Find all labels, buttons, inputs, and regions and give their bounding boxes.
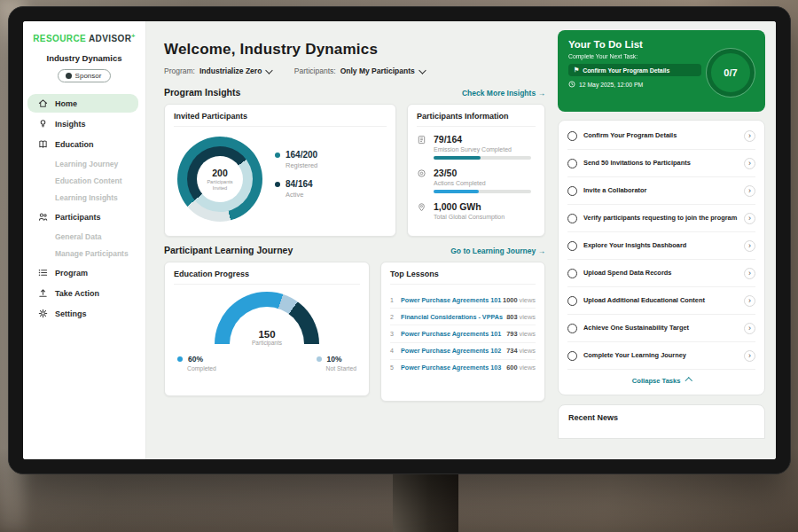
chevron-up-icon	[685, 377, 692, 384]
task-row[interactable]: Send 50 Invitations to Participants ›	[567, 150, 755, 177]
dashboard-screen: RESOURCE ADVISOR+ Industry Dynamics Spon…	[23, 21, 776, 459]
section-title: Program Insights	[164, 87, 240, 98]
sidebar-item-education-content[interactable]: Education Content	[23, 172, 145, 189]
task-label: Upload Spend Data Records	[583, 269, 738, 278]
lesson-views-word: views	[520, 347, 536, 355]
logo-plus: +	[131, 33, 136, 39]
task-label: Send 50 Invitations to Participants	[583, 159, 738, 168]
sidebar-item-label: Home	[55, 99, 77, 108]
card-title: Top Lessons	[390, 270, 536, 285]
participants-select[interactable]: Only My Participants	[340, 66, 425, 75]
home-icon	[38, 98, 48, 108]
flag-icon: ⚑	[574, 66, 579, 74]
program-select[interactable]: Industrialize Zero	[200, 66, 271, 75]
stat-value: 23/50	[434, 168, 536, 178]
todo-list-card: Confirm Your Program Details › Send 50 I…	[558, 120, 765, 395]
recent-news-card[interactable]: Recent News	[558, 404, 765, 439]
task-checkbox[interactable]	[567, 296, 577, 306]
learning-cards-row: Education Progress 150 Participants	[164, 262, 545, 402]
legend-dot	[275, 153, 280, 158]
education-progress-card: Education Progress 150 Participants	[164, 262, 370, 396]
task-row[interactable]: Upload Spend Data Records ›	[567, 260, 755, 287]
program-filter-label: Program:	[164, 66, 195, 75]
task-checkbox[interactable]	[567, 241, 577, 251]
upload-arrow-icon	[38, 288, 48, 298]
insights-cards-row: Invited Participants 200 Participants In…	[164, 104, 545, 237]
lesson-link[interactable]: Power Purchase Agreements 101	[401, 330, 506, 338]
task-row[interactable]: Upload Additional Educational Content ›	[567, 287, 755, 315]
task-checkbox[interactable]	[567, 269, 577, 278]
legend-dot	[275, 182, 280, 187]
sidebar-item-label: Learning Insights	[55, 193, 118, 202]
clipboard-icon	[417, 135, 426, 145]
gear-icon	[38, 309, 48, 318]
task-checkbox[interactable]	[567, 159, 577, 168]
go-to-learning-journey-link[interactable]: Go to Learning Journey →	[450, 246, 545, 255]
sidebar-item-learning-insights[interactable]: Learning Insights	[23, 189, 145, 206]
logo-word-2: ADVISOR	[89, 34, 131, 43]
gauge-label: Participants	[215, 340, 319, 346]
main-panel: Welcome, Industry Dynamics Program: Indu…	[146, 21, 556, 459]
task-checkbox[interactable]	[567, 186, 577, 196]
task-row[interactable]: Confirm Your Program Details ›	[567, 122, 755, 150]
sidebar-item-label: Learning Journey	[55, 160, 118, 168]
sidebar-item-education[interactable]: Education	[27, 135, 138, 153]
sidebar-item-manage-participants[interactable]: Manage Participants	[23, 245, 145, 262]
sidebar-item-program[interactable]: Program	[27, 263, 138, 282]
sidebar-item-general-data[interactable]: General Data	[23, 228, 145, 245]
task-label: Upload Additional Educational Content	[583, 296, 738, 305]
chevron-right-icon[interactable]: ›	[744, 213, 755, 224]
participants-information-card: Participants Information 79/164 Emission…	[407, 104, 545, 237]
collapse-tasks-link[interactable]: Collapse Tasks	[567, 370, 755, 393]
filters-row: Program: Industrialize Zero Participants…	[164, 66, 545, 75]
invited-participants-card: Invited Participants 200 Participants In…	[164, 104, 396, 237]
chevron-right-icon[interactable]: ›	[744, 130, 755, 142]
progress-track	[434, 190, 531, 193]
sidebar-item-learning-journey[interactable]: Learning Journey	[23, 155, 145, 172]
task-row[interactable]: Invite a Collaborator ›	[567, 177, 755, 205]
clock-icon	[568, 81, 575, 88]
datetime-label: 12 May 2025, 12:00 PM	[579, 82, 643, 88]
recent-news-title: Recent News	[568, 413, 618, 422]
next-task-pill[interactable]: ⚑ Confirm Your Program Details	[568, 64, 701, 76]
lesson-link[interactable]: Power Purchase Agreements 103	[401, 364, 506, 372]
target-icon	[417, 168, 426, 178]
learning-journey-header: Participant Learning Journey Go to Learn…	[164, 245, 545, 255]
progress-track	[434, 156, 531, 160]
top-lessons-card: Top Lessons 1 Power Purchase Agreements …	[380, 262, 545, 402]
chevron-right-icon[interactable]: ›	[744, 268, 755, 279]
chevron-right-icon[interactable]: ›	[744, 350, 755, 362]
stat-label: Emission Survey Completed	[434, 146, 536, 153]
task-checkbox[interactable]	[567, 131, 577, 141]
sponsor-badge[interactable]: Sponsor	[58, 69, 112, 82]
lesson-link[interactable]: Power Purchase Agreements 102	[401, 347, 506, 355]
sidebar-item-insights[interactable]: Insights	[27, 114, 138, 133]
progress-fill	[434, 190, 479, 193]
sidebar-nav: Home Insights Education Learning Journey…	[23, 94, 145, 323]
link-label: Go to Learning Journey	[450, 246, 536, 255]
task-checkbox[interactable]	[567, 214, 577, 223]
task-row[interactable]: Verify participants requesting to join t…	[567, 205, 755, 232]
sidebar-item-participants[interactable]: Participants	[27, 207, 138, 226]
lesson-views-word: views	[520, 330, 536, 338]
check-more-insights-link[interactable]: Check More Insights →	[462, 89, 545, 98]
lesson-link[interactable]: Power Purchase Agreements 101	[401, 296, 503, 304]
chevron-right-icon[interactable]: ›	[744, 323, 755, 334]
chevron-right-icon[interactable]: ›	[744, 240, 755, 252]
stat-label: Total Global Consumption	[434, 214, 536, 220]
task-checkbox[interactable]	[567, 351, 577, 361]
sidebar-item-settings[interactable]: Settings	[27, 304, 138, 323]
task-row[interactable]: Complete Your Learning Journey ›	[567, 342, 755, 370]
sidebar-item-take-action[interactable]: Take Action	[27, 284, 138, 302]
todo-progress-ring: 0/7	[707, 49, 755, 97]
sidebar-item-home[interactable]: Home	[27, 94, 138, 113]
chevron-right-icon[interactable]: ›	[744, 185, 755, 197]
lesson-link[interactable]: Financial Considerations - VPPAs	[401, 313, 506, 321]
chevron-right-icon[interactable]: ›	[744, 295, 755, 307]
lesson-rank: 4	[390, 348, 401, 354]
task-row[interactable]: Achieve One Sustainability Target ›	[567, 315, 755, 342]
task-label: Confirm Your Program Details	[583, 131, 738, 140]
task-checkbox[interactable]	[567, 324, 577, 333]
task-row[interactable]: Explore Your Insights Dashboard ›	[567, 232, 755, 260]
chevron-right-icon[interactable]: ›	[744, 158, 755, 169]
